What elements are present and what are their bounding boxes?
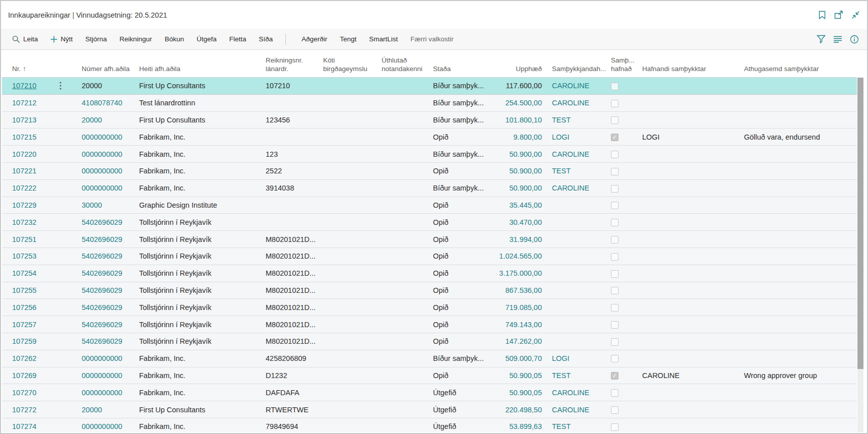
rejected-checkbox[interactable] bbox=[611, 406, 618, 414]
column-header-nr[interactable]: Nr. ↑ bbox=[2, 65, 76, 77]
amount-value[interactable]: 220.498,50 bbox=[505, 406, 542, 414]
approver-value[interactable]: CAROLINE bbox=[552, 184, 589, 192]
amount-value[interactable]: 254.500,00 bbox=[505, 99, 542, 107]
rejected-checkbox[interactable] bbox=[611, 423, 618, 431]
filter-icon[interactable] bbox=[817, 35, 826, 43]
amount-value[interactable]: 30.470,00 bbox=[509, 218, 542, 226]
amount-value[interactable]: 101.800,10 bbox=[505, 116, 542, 124]
column-header-approval_comment[interactable]: Athugasemd samþykktar bbox=[738, 65, 857, 77]
amount-value[interactable]: 53.899,63 bbox=[509, 422, 542, 430]
approver-value[interactable]: TEST bbox=[552, 116, 571, 124]
amount-value[interactable]: 50.900,05 bbox=[509, 371, 542, 380]
menu-item-s-a[interactable]: Síða bbox=[259, 35, 273, 43]
amount-value[interactable]: 1.024.565,00 bbox=[499, 252, 542, 260]
table-row[interactable]: 1072555402696029Tollstjórinn í Reykjavík… bbox=[2, 282, 857, 299]
table-row[interactable]: 10727220000First Up ConsultantsRTWERTWEÚ… bbox=[2, 401, 857, 418]
table-row[interactable]: 1072535402696029Tollstjórinn í Reykjavík… bbox=[2, 248, 857, 265]
table-row[interactable]: 1072575402696029Tollstjórinn í Reykjavík… bbox=[2, 316, 857, 333]
vendor_no-value[interactable]: 0000000000 bbox=[82, 184, 122, 192]
nr-value[interactable]: 107222 bbox=[12, 184, 36, 192]
rejected-checkbox-checked[interactable] bbox=[611, 372, 618, 380]
table-row[interactable]: 1072620000000000Fabrikam, Inc.4258206809… bbox=[2, 350, 857, 367]
rejected-checkbox[interactable] bbox=[611, 202, 618, 209]
vendor_no-value[interactable]: 0000000000 bbox=[82, 354, 122, 362]
rejected-checkbox[interactable] bbox=[611, 236, 618, 243]
approver-value[interactable]: LOGI bbox=[552, 354, 570, 362]
menu-item-f-rri-valkostir[interactable]: Færri valkostir bbox=[410, 35, 454, 43]
column-header-invoice_no[interactable]: Reikningsnr. lánardr. bbox=[260, 56, 317, 77]
table-row[interactable]: 1072565402696029Tollstjórinn í Reykjavík… bbox=[2, 299, 857, 316]
vendor_no-value[interactable]: 5402696029 bbox=[82, 337, 122, 345]
nr-value[interactable]: 107254 bbox=[12, 269, 36, 277]
rejected-checkbox[interactable] bbox=[611, 116, 618, 124]
menu-item-tengt[interactable]: Tengt bbox=[340, 35, 356, 43]
nr-value[interactable]: 107256 bbox=[12, 303, 36, 312]
nr-value[interactable]: 107212 bbox=[12, 99, 36, 107]
menu-item-stj-rna[interactable]: Stjórna bbox=[85, 35, 107, 43]
vendor_no-value[interactable]: 5402696029 bbox=[82, 235, 122, 243]
vendor_no-value[interactable]: 30000 bbox=[82, 201, 102, 209]
table-row[interactable]: 10721020000First Up Consultants107210Bíð… bbox=[2, 78, 857, 95]
amount-value[interactable]: 50.900,00 bbox=[509, 167, 542, 175]
nr-value[interactable]: 107251 bbox=[12, 235, 36, 243]
rejected-checkbox[interactable] bbox=[611, 253, 618, 261]
row-context-menu-icon[interactable] bbox=[59, 82, 61, 90]
column-header-rejecting_approver[interactable]: Hafnandi samþykktar bbox=[636, 65, 738, 77]
nr-value[interactable]: 107262 bbox=[12, 354, 36, 362]
table-row[interactable]: 10722930000Graphic Design InstituteOpið3… bbox=[2, 197, 857, 214]
approver-value[interactable]: CAROLINE bbox=[552, 150, 589, 158]
amount-value[interactable]: 867.536,00 bbox=[505, 286, 542, 294]
nr-value[interactable]: 107229 bbox=[12, 201, 36, 209]
table-row[interactable]: 1072690000000000Fabrikam, Inc.D1232Opið5… bbox=[2, 367, 857, 385]
rejected-checkbox[interactable] bbox=[611, 219, 618, 226]
table-row[interactable]: 1072325402696029Tollstjórinn í Reykjavík… bbox=[2, 214, 857, 231]
menu-item-leita[interactable]: Leita bbox=[12, 35, 38, 43]
open-in-new-window-icon[interactable] bbox=[834, 11, 843, 19]
amount-value[interactable]: 50.900,00 bbox=[509, 150, 542, 158]
amount-value[interactable]: 31.994,00 bbox=[509, 235, 542, 243]
menu-item-smartlist[interactable]: SmartList bbox=[369, 35, 398, 43]
vendor_no-value[interactable]: 0000000000 bbox=[82, 133, 122, 141]
menu-item--tgefa[interactable]: Útgefa bbox=[197, 35, 217, 43]
nr-value[interactable]: 107213 bbox=[12, 116, 36, 124]
table-row[interactable]: 1072124108078740Test lánardrottinnBíður … bbox=[2, 95, 857, 112]
approver-value[interactable]: CAROLINE bbox=[552, 82, 589, 90]
scrollbar-thumb[interactable] bbox=[857, 78, 863, 369]
approver-value[interactable]: LOGI bbox=[552, 133, 570, 141]
rejected-checkbox[interactable] bbox=[611, 100, 618, 107]
table-row[interactable]: 1072700000000000Fabrikam, Inc.DAFDAFAÚtg… bbox=[2, 384, 857, 401]
amount-value[interactable]: 50.900,05 bbox=[509, 389, 542, 397]
amount-value[interactable]: 509.000,70 bbox=[505, 354, 542, 362]
table-row[interactable]: 1072210000000000Fabrikam, Inc.2522Opið50… bbox=[2, 163, 857, 180]
nr-value[interactable]: 107255 bbox=[12, 286, 36, 294]
vendor_no-value[interactable]: 0000000000 bbox=[82, 371, 122, 380]
approver-value[interactable]: CAROLINE bbox=[552, 389, 589, 397]
vendor_no-value[interactable]: 5402696029 bbox=[82, 269, 122, 277]
vendor_no-value[interactable]: 5402696029 bbox=[82, 218, 122, 226]
rejected-checkbox[interactable] bbox=[611, 168, 618, 175]
collapse-icon[interactable] bbox=[851, 11, 860, 19]
vendor_no-value[interactable]: 0000000000 bbox=[82, 389, 122, 397]
vendor_no-value[interactable]: 20000 bbox=[82, 82, 102, 90]
bookmark-icon[interactable] bbox=[818, 11, 826, 19]
amount-value[interactable]: 50.900,00 bbox=[509, 184, 542, 192]
approver-value[interactable]: TEST bbox=[552, 422, 571, 430]
column-header-amount[interactable]: Upphæð bbox=[487, 65, 546, 77]
vendor_no-value[interactable]: 0000000000 bbox=[82, 150, 122, 158]
column-header-vendor_name[interactable]: Heiti afh.aðila bbox=[133, 65, 260, 77]
list-icon[interactable] bbox=[833, 35, 842, 43]
vendor_no-value[interactable]: 20000 bbox=[82, 406, 102, 414]
menu-item-n-tt[interactable]: Nýtt bbox=[50, 35, 73, 43]
vendor_no-value[interactable]: 5402696029 bbox=[82, 303, 122, 312]
column-header-assigned_user[interactable]: Úthlutað notandakenni bbox=[376, 56, 427, 77]
rejected-checkbox[interactable] bbox=[611, 287, 618, 294]
vendor_no-value[interactable]: 0000000000 bbox=[82, 167, 122, 175]
vendor_no-value[interactable]: 20000 bbox=[82, 116, 102, 124]
approver-value[interactable]: TEST bbox=[552, 167, 571, 175]
amount-value[interactable]: 9.800,00 bbox=[514, 133, 542, 141]
table-row[interactable]: 1072595402696029Tollstjórinn í Reykjavík… bbox=[2, 333, 857, 350]
menu-item-fletta[interactable]: Fletta bbox=[229, 35, 246, 43]
amount-value[interactable]: 719.085,00 bbox=[505, 303, 542, 312]
table-row[interactable]: 1072545402696029Tollstjórinn í Reykjavík… bbox=[2, 265, 857, 282]
amount-value[interactable]: 117.600,00 bbox=[506, 82, 542, 90]
